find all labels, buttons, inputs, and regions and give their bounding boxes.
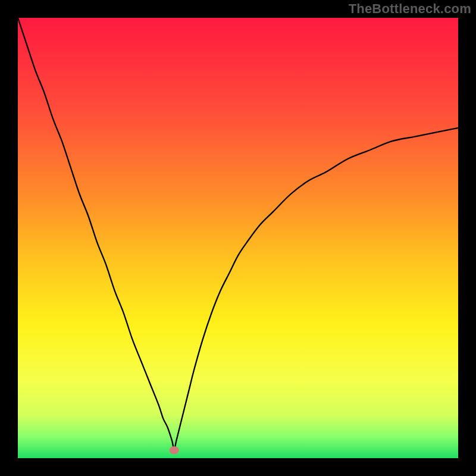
optimal-marker bbox=[170, 446, 179, 454]
plot-area bbox=[18, 18, 458, 458]
chart-svg bbox=[18, 18, 458, 458]
gradient-background bbox=[18, 18, 458, 458]
watermark-text: TheBottleneck.com bbox=[349, 1, 471, 17]
chart-frame: TheBottleneck.com bbox=[0, 0, 476, 476]
